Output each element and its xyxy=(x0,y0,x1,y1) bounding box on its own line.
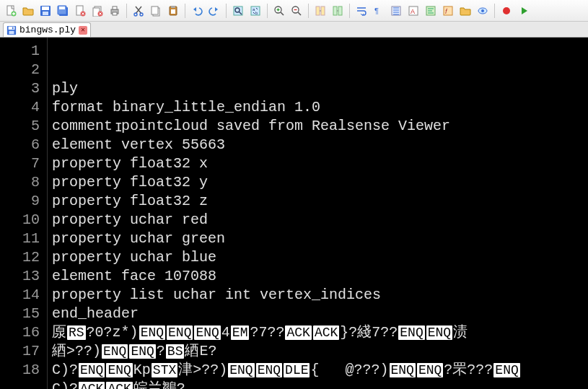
control-char: ENQ xyxy=(390,363,416,377)
lang-icon: A xyxy=(408,5,419,17)
zoom-out-button[interactable] xyxy=(289,3,304,19)
toolbar-separator xyxy=(349,4,350,18)
code-line[interactable]: property uchar green xyxy=(52,230,588,248)
cut-button[interactable] xyxy=(131,3,146,19)
save-button[interactable] xyxy=(38,3,53,19)
control-char: ACK xyxy=(313,325,339,340)
code-text: 綇>??) xyxy=(52,343,101,359)
sync-left-button[interactable] xyxy=(312,3,328,19)
control-char: DLE xyxy=(284,363,310,377)
svg-rect-19 xyxy=(152,6,158,14)
code-line[interactable]: C)?ACKACK皖兰鶵? xyxy=(52,380,588,389)
control-char: ENQ xyxy=(194,325,220,340)
zoom-in-icon xyxy=(273,5,285,17)
record-button[interactable] xyxy=(499,3,514,19)
redo-button[interactable] xyxy=(206,3,222,19)
code-text: 4 xyxy=(221,324,230,341)
control-char: ENQ xyxy=(167,325,193,340)
wrap-button[interactable] xyxy=(354,3,369,19)
copy-button[interactable] xyxy=(148,3,164,19)
find-button[interactable] xyxy=(230,3,246,19)
svg-rect-45 xyxy=(9,26,15,29)
control-char: ACK xyxy=(285,325,311,340)
svg-rect-46 xyxy=(9,30,14,33)
monitor-button[interactable] xyxy=(475,3,491,19)
show-all-chars-icon: ¶ xyxy=(373,5,385,17)
indent-guide-button[interactable] xyxy=(388,3,404,19)
code-text: end_header xyxy=(52,305,139,322)
close-all-button[interactable] xyxy=(89,3,105,19)
svg-rect-32 xyxy=(333,6,337,15)
tab-bar: bingws.ply xyxy=(0,22,588,38)
func-list-button[interactable]: f xyxy=(440,3,456,19)
code-text: }?綫7?? xyxy=(340,324,398,341)
code-line[interactable]: C)?ENQENQKpSTX津>??)ENQENQDLE{ @???)ENQEN… xyxy=(52,361,588,380)
print-button[interactable] xyxy=(107,3,123,19)
new-file-button[interactable] xyxy=(3,3,19,19)
svg-rect-7 xyxy=(59,6,65,9)
line-number: 18 xyxy=(0,361,40,380)
code-line[interactable]: property list uchar int vertex_indices xyxy=(52,286,588,305)
zoom-in-button[interactable] xyxy=(271,3,287,19)
sync-left-icon xyxy=(315,5,326,17)
show-all-chars-button[interactable]: ¶ xyxy=(371,3,387,19)
code-text: 皖兰鶵? xyxy=(133,380,185,389)
zoom-out-icon xyxy=(291,5,302,17)
code-text: property uchar red xyxy=(52,211,208,228)
doc-map-button[interactable] xyxy=(423,3,439,19)
lang-button[interactable]: A xyxy=(405,3,421,19)
code-line[interactable]: format binary_little_endian 1.0 xyxy=(52,98,588,117)
control-char: ENQ xyxy=(102,344,128,359)
folder-icon xyxy=(460,5,471,17)
control-char: ACK xyxy=(79,382,105,389)
tab-close-button[interactable] xyxy=(79,26,87,35)
code-text: property uchar blue xyxy=(52,249,216,266)
code-line[interactable]: property float32 z xyxy=(52,192,588,211)
undo-icon xyxy=(191,5,203,17)
line-number: 11 xyxy=(0,230,40,248)
svg-rect-30 xyxy=(316,6,320,15)
close-all-icon xyxy=(92,5,103,17)
undo-button[interactable] xyxy=(189,3,205,19)
close-button[interactable] xyxy=(72,3,88,19)
tab-filename: bingws.ply xyxy=(19,25,76,35)
paste-button[interactable] xyxy=(165,3,181,19)
toolbar-separator xyxy=(226,4,227,18)
svg-rect-4 xyxy=(43,12,48,15)
svg-text:A: A xyxy=(411,8,415,15)
code-text: { @???) xyxy=(310,362,388,378)
play-button[interactable] xyxy=(516,3,532,19)
code-area[interactable]: plyformat binary_little_endian 1.0commen… xyxy=(48,38,588,389)
code-line[interactable]: 綇>??)ENQENQ?BS綇E? xyxy=(52,342,588,361)
replace-icon: ab xyxy=(250,5,261,17)
cut-icon xyxy=(133,5,144,17)
code-line[interactable]: property uchar blue xyxy=(52,248,588,267)
code-line[interactable]: property uchar red xyxy=(52,211,588,230)
sync-right-button[interactable] xyxy=(330,3,346,19)
file-tab[interactable]: bingws.ply xyxy=(3,22,91,37)
code-line[interactable]: 厡RS?0?z*)ENQENQENQ4EM?7??ACKACK}?綫7??ENQ… xyxy=(52,323,588,342)
open-file-button[interactable] xyxy=(20,3,36,19)
control-char: EM xyxy=(231,325,250,340)
code-line[interactable]: ply xyxy=(52,79,588,98)
doc-map-icon xyxy=(425,5,436,17)
folder-button[interactable] xyxy=(457,3,473,19)
save-all-button[interactable] xyxy=(55,3,71,19)
code-line[interactable]: comment pointcloud saved from Realsense … xyxy=(52,117,588,136)
svg-point-17 xyxy=(140,13,143,16)
svg-rect-22 xyxy=(171,9,175,14)
replace-button[interactable]: ab xyxy=(247,3,263,19)
control-char: ENQ xyxy=(426,325,452,340)
svg-point-43 xyxy=(503,7,510,14)
line-number: 3 xyxy=(0,79,40,98)
code-line[interactable]: element vertex 55663 xyxy=(52,136,588,154)
code-line[interactable]: element face 107088 xyxy=(52,267,588,286)
code-editor[interactable]: 123456789101112131415161718 plyformat bi… xyxy=(0,38,588,389)
line-number: 5 xyxy=(0,117,40,136)
save-all-icon xyxy=(57,5,69,17)
code-line[interactable]: property float32 x xyxy=(52,154,588,173)
svg-rect-15 xyxy=(113,12,117,15)
code-line[interactable]: end_header xyxy=(52,305,588,323)
line-number: 13 xyxy=(0,267,40,286)
code-line[interactable]: property float32 y xyxy=(52,173,588,192)
